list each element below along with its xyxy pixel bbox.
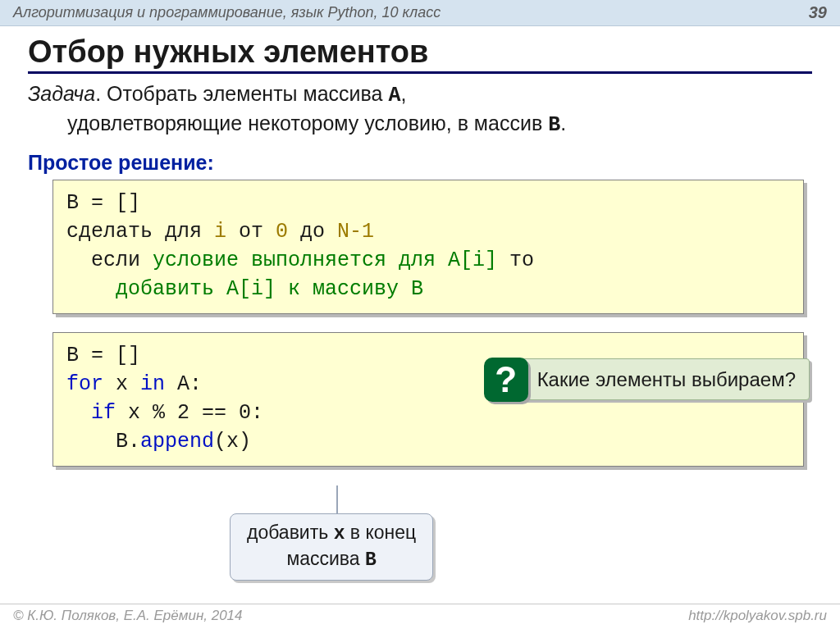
title-rule	[28, 71, 812, 74]
pseudocode-box: B = [] сделать для i от 0 до N-1 если ус…	[52, 180, 804, 314]
python-code-box: B = [] for x in A: if x % 2 == 0: B.appe…	[52, 332, 804, 467]
task-label: Задача	[28, 82, 95, 105]
footer-url: http://kpolyakov.spb.ru	[688, 608, 827, 624]
code-line: if x % 2 == 0:	[66, 399, 790, 427]
code-line: сделать для i от 0 до N-1	[66, 217, 790, 246]
code-line: B = []	[66, 189, 790, 217]
code-line: B.append(x)	[66, 427, 790, 456]
page-title: Отбор нужных элементов	[28, 34, 812, 70]
solution-subhead: Простое решение:	[28, 151, 812, 175]
footer-copyright: © К.Ю. Поляков, Е.А. Ерёмин, 2014	[13, 608, 243, 624]
question-text: Какие элементы выбираем?	[514, 358, 810, 401]
question-callout: ? Какие элементы выбираем?	[484, 358, 810, 402]
annotation-box: добавить x в конец массива B	[230, 513, 433, 581]
task-statement: Задача. Отобрать элементы массива A, удо…	[28, 80, 812, 139]
header-bar: Алгоритмизация и программирование, язык …	[0, 0, 840, 26]
annotation: добавить x в конец массива B	[230, 485, 433, 581]
annotation-connector	[336, 485, 338, 513]
question-mark-icon: ?	[484, 358, 528, 402]
page-number: 39	[809, 3, 827, 22]
slide-content: Отбор нужных элементов Задача. Отобрать …	[0, 26, 840, 467]
footer: © К.Ю. Поляков, Е.А. Ерёмин, 2014 http:/…	[0, 604, 840, 629]
breadcrumb: Алгоритмизация и программирование, язык …	[13, 4, 441, 21]
code-line: если условие выполняется для A[i] то	[66, 246, 790, 275]
code-line: добавить A[i] к массиву B	[66, 275, 790, 303]
